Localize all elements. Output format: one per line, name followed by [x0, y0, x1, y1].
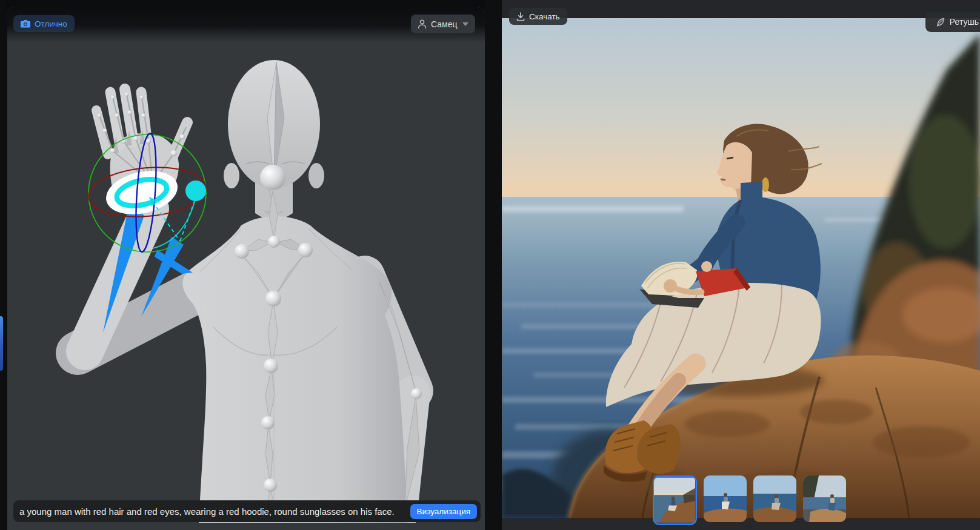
retouch-label: Ретушь	[950, 17, 979, 27]
3d-viewport[interactable]	[7, 7, 485, 523]
download-button[interactable]: Скачать	[509, 8, 567, 25]
render-button[interactable]: Визуализация	[410, 504, 477, 519]
thumbnail-2[interactable]	[704, 475, 747, 522]
feather-icon	[935, 17, 945, 27]
chevron-down-icon	[462, 22, 468, 26]
left-rail	[0, 0, 7, 530]
person-icon	[418, 19, 427, 29]
earring	[762, 177, 769, 192]
thumbnail-strip	[653, 475, 846, 525]
gender-value: Самец	[431, 19, 457, 29]
thumbnail-3[interactable]	[753, 475, 796, 522]
download-label: Скачать	[529, 12, 560, 21]
pose-editor-panel: Отлично Самец a young man with red hair …	[7, 7, 485, 530]
result-top-bar	[502, 0, 980, 18]
download-icon	[516, 12, 525, 21]
camera-icon	[21, 19, 30, 28]
prompt-input[interactable]: a young man with red hair and red eyes, …	[13, 506, 410, 517]
retouch-button[interactable]: Ретушь	[925, 12, 980, 32]
quality-button[interactable]: Отлично	[13, 15, 75, 32]
thumbnail-1-selected[interactable]	[653, 475, 697, 525]
side-blue-tab[interactable]	[0, 316, 3, 371]
gizmo-cyan-handle[interactable]	[185, 181, 206, 201]
gender-dropdown[interactable]: Самец	[411, 15, 475, 33]
prompt-bar: a young man with red hair and red eyes, …	[13, 500, 481, 522]
quality-label: Отлично	[35, 19, 67, 28]
app-window: Отлично Самец a young man with red hair …	[0, 0, 980, 530]
thumbnail-4[interactable]	[803, 475, 846, 522]
generated-image	[502, 18, 980, 518]
